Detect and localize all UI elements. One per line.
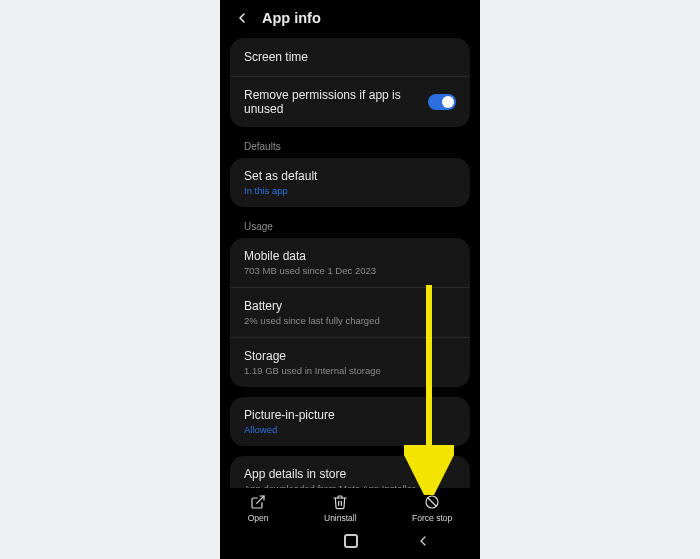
remove-permissions-label: Remove permissions if app is unused	[244, 88, 428, 116]
pip-sub: Allowed	[244, 424, 335, 435]
uninstall-button[interactable]: Uninstall	[324, 494, 357, 523]
uninstall-label: Uninstall	[324, 513, 357, 523]
row-pip[interactable]: Picture-in-picture Allowed	[230, 397, 470, 446]
set-default-title: Set as default	[244, 169, 317, 183]
mobile-data-sub: 703 MB used since 1 Dec 2023	[244, 265, 376, 276]
storage-sub: 1.19 GB used in Internal storage	[244, 365, 381, 376]
open-button[interactable]: Open	[248, 494, 269, 523]
row-app-details[interactable]: App details in store App downloaded from…	[230, 456, 470, 488]
pip-title: Picture-in-picture	[244, 408, 335, 422]
row-screen-time[interactable]: Screen time	[230, 38, 470, 76]
mobile-data-title: Mobile data	[244, 249, 376, 263]
svg-line-0	[257, 496, 264, 503]
card-pip: Picture-in-picture Allowed	[230, 397, 470, 446]
toggle-remove-permissions[interactable]	[428, 94, 456, 110]
section-usage: Usage	[230, 217, 470, 238]
bottom-actions: Open Uninstall Force stop	[220, 488, 480, 527]
page-title: App info	[262, 10, 321, 26]
row-battery[interactable]: Battery 2% used since last fully charged	[230, 287, 470, 337]
trash-icon	[332, 494, 348, 510]
nav-back-icon[interactable]	[415, 533, 431, 549]
recents-icon[interactable]	[269, 540, 287, 542]
row-set-default[interactable]: Set as default In this app	[230, 158, 470, 207]
open-icon	[250, 494, 266, 510]
row-storage[interactable]: Storage 1.19 GB used in Internal storage	[230, 337, 470, 387]
home-icon[interactable]	[344, 534, 358, 548]
app-details-title: App details in store	[244, 467, 415, 481]
open-label: Open	[248, 513, 269, 523]
svg-line-2	[428, 498, 436, 506]
force-stop-button[interactable]: Force stop	[412, 494, 452, 523]
back-icon[interactable]	[234, 10, 250, 26]
card-basic: Screen time Remove permissions if app is…	[230, 38, 470, 127]
stop-icon	[424, 494, 440, 510]
header: App info	[220, 0, 480, 34]
card-app-details: App details in store App downloaded from…	[230, 456, 470, 488]
set-default-sub: In this app	[244, 185, 317, 196]
battery-title: Battery	[244, 299, 380, 313]
battery-sub: 2% used since last fully charged	[244, 315, 380, 326]
row-remove-permissions[interactable]: Remove permissions if app is unused	[230, 76, 470, 127]
android-navbar	[220, 527, 480, 559]
card-defaults: Set as default In this app	[230, 158, 470, 207]
force-stop-label: Force stop	[412, 513, 452, 523]
content: Screen time Remove permissions if app is…	[220, 34, 480, 488]
card-usage: Mobile data 703 MB used since 1 Dec 2023…	[230, 238, 470, 387]
storage-title: Storage	[244, 349, 381, 363]
section-defaults: Defaults	[230, 137, 470, 158]
row-mobile-data[interactable]: Mobile data 703 MB used since 1 Dec 2023	[230, 238, 470, 287]
phone-screen: App info Screen time Remove permissions …	[220, 0, 480, 559]
screen-time-label: Screen time	[244, 50, 308, 64]
